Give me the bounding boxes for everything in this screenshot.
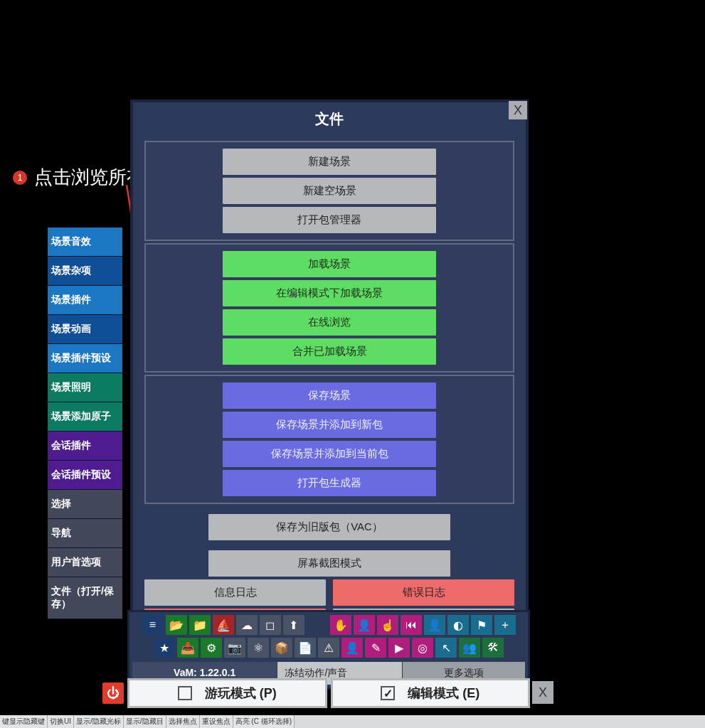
bottom-status-bar: 键显示隐藏键切换UI显示/隐藏光标显示/隐藏目选择焦点重设焦点高亮 (C 循环选… <box>0 715 705 728</box>
sidebar-item-4[interactable]: 场景插件预设 <box>48 344 122 373</box>
sec-blue-btn-2[interactable]: 保存场景并添加到当前包 <box>223 441 436 467</box>
new-scene-group: 新建场景新建空场景打开包管理器 <box>144 141 514 241</box>
edit-mode-checkbox[interactable]: ✓ <box>381 686 395 700</box>
plus-icon[interactable]: ＋ <box>494 615 516 635</box>
tools-icon[interactable]: 🛠 <box>482 638 504 658</box>
ship-icon[interactable]: ⛵ <box>213 615 234 635</box>
file-panel: X 文件 新建场景新建空场景打开包管理器 加载场景在编辑模式下加载场景在线浏览合… <box>130 100 529 646</box>
open-icon[interactable]: 📂 <box>166 615 187 635</box>
save-legacy-button[interactable]: 保存为旧版包（VAC） <box>208 514 450 540</box>
sidebar-item-2[interactable]: 场景插件 <box>48 286 122 315</box>
sidebar-item-1[interactable]: 场景杂项 <box>48 257 122 286</box>
sec-blue-btn-3[interactable]: 打开包生成器 <box>223 470 436 496</box>
panel-close-button[interactable]: X <box>509 101 527 119</box>
statusbar-item-0[interactable]: 键显示隐藏键 <box>0 715 48 728</box>
sec-green-btn-0[interactable]: 加载场景 <box>223 251 436 277</box>
skip-back-icon[interactable]: ⏮ <box>401 615 422 635</box>
sec-green-btn-1[interactable]: 在编辑模式下加载场景 <box>223 280 436 306</box>
sec-gray1-btn-1[interactable]: 新建空场景 <box>223 178 436 204</box>
bottom-close-button[interactable]: X <box>532 681 553 704</box>
panel-title: 文件 <box>133 102 526 139</box>
person-icon[interactable]: 👤 <box>424 615 445 635</box>
play-mode-label: 游玩模式 (P) <box>205 685 277 702</box>
sidebar-item-10[interactable]: 导航 <box>48 519 122 548</box>
cursor-icon[interactable]: ↖ <box>435 638 457 658</box>
person-add-icon[interactable]: 👤 <box>354 615 375 635</box>
sidebar-item-5[interactable]: 场景照明 <box>48 373 122 402</box>
camera-icon[interactable]: 📷 <box>224 638 245 658</box>
target-icon[interactable]: ◎ <box>412 638 433 658</box>
sec-blue-btn-1[interactable]: 保存场景并添加到新包 <box>223 412 436 438</box>
statusbar-item-5[interactable]: 重设焦点 <box>200 715 233 728</box>
share-icon[interactable]: ⚛ <box>248 638 269 658</box>
statusbar-item-4[interactable]: 选择焦点 <box>166 715 200 728</box>
statusbar-item-3[interactable]: 显示/隐藏目 <box>124 715 166 728</box>
error-log-button[interactable]: 错误日志 <box>333 579 514 606</box>
sidebar: 场景音效场景杂项场景插件场景动画场景插件预设场景照明场景添加原子会话插件会话插件… <box>48 228 122 619</box>
sec-green-btn-3[interactable]: 合并已加载场景 <box>223 338 436 365</box>
screenshot-mode-button[interactable]: 屏幕截图模式 <box>208 550 450 577</box>
sidebar-item-7[interactable]: 会话插件 <box>48 432 122 461</box>
edit-mode-label: 编辑模式 (E) <box>408 685 479 702</box>
folder-gear-icon[interactable]: ⚙ <box>201 638 222 658</box>
statusbar-item-2[interactable]: 显示/隐藏光标 <box>74 715 124 728</box>
annotation-number-badge: 1 <box>13 171 27 185</box>
sidebar-item-3[interactable]: 场景动画 <box>48 315 122 344</box>
power-button[interactable]: ⏻ <box>102 682 124 704</box>
upload-icon[interactable]: ⬆ <box>283 615 304 635</box>
load-scene-group: 加载场景在编辑模式下加载场景在线浏览合并已加载场景 <box>144 243 514 373</box>
sec-gray1-btn-0[interactable]: 新建场景 <box>223 149 436 175</box>
play-mode-checkbox[interactable] <box>178 686 192 700</box>
save-scene-group: 保存场景保存场景并添加到新包保存场景并添加到当前包打开包生成器 <box>144 375 514 504</box>
sec-gray1-btn-2[interactable]: 打开包管理器 <box>223 207 436 233</box>
menu-icon[interactable]: ≡ <box>142 615 164 635</box>
cloud-download-icon[interactable]: ☁ <box>236 615 258 635</box>
group-icon[interactable]: 👥 <box>459 638 480 658</box>
cube-icon[interactable]: ◻ <box>260 615 281 635</box>
sec-blue-btn-0[interactable]: 保存场景 <box>223 382 436 409</box>
flag-icon[interactable]: ⚑ <box>471 615 492 635</box>
statusbar-item-1[interactable]: 切换UI <box>48 715 74 728</box>
statusbar-item-6[interactable]: 高亮 (C 循环选择) <box>233 715 295 728</box>
sidebar-item-0[interactable]: 场景音效 <box>48 228 122 257</box>
hand-icon[interactable]: ✋ <box>330 615 351 635</box>
person-gear-icon[interactable]: 👤 <box>341 638 363 658</box>
sec-green-btn-2[interactable]: 在线浏览 <box>223 309 436 336</box>
edit-mode-button[interactable]: ✓ 编辑模式 (E) <box>331 678 531 708</box>
sidebar-item-8[interactable]: 会话插件预设 <box>48 461 122 490</box>
sidebar-item-6[interactable]: 场景添加原子 <box>48 402 122 432</box>
document-icon[interactable]: 📄 <box>295 638 316 658</box>
box-icon[interactable]: 📦 <box>271 638 292 658</box>
unity-icon[interactable]: ◐ <box>447 615 469 635</box>
star-icon[interactable]: ★ <box>154 638 175 658</box>
alert-icon[interactable]: ⚠ <box>318 638 339 658</box>
spacer <box>307 615 328 635</box>
sidebar-item-9[interactable]: 选择 <box>48 490 122 519</box>
folder-icon[interactable]: 📁 <box>189 615 211 635</box>
play-icon[interactable]: ▶ <box>388 638 410 658</box>
eyedropper-icon[interactable]: ✎ <box>365 638 386 658</box>
sidebar-item-11[interactable]: 用户首选项 <box>48 548 122 577</box>
mode-row: 游玩模式 (P) ✓ 编辑模式 (E) <box>127 678 530 708</box>
play-mode-button[interactable]: 游玩模式 (P) <box>127 678 327 708</box>
tray-icon[interactable]: 📥 <box>177 638 198 658</box>
info-log-button[interactable]: 信息日志 <box>144 579 326 606</box>
pointer-icon[interactable]: ☝ <box>377 615 398 635</box>
sidebar-item-12[interactable]: 文件（打开/保存） <box>48 577 122 619</box>
